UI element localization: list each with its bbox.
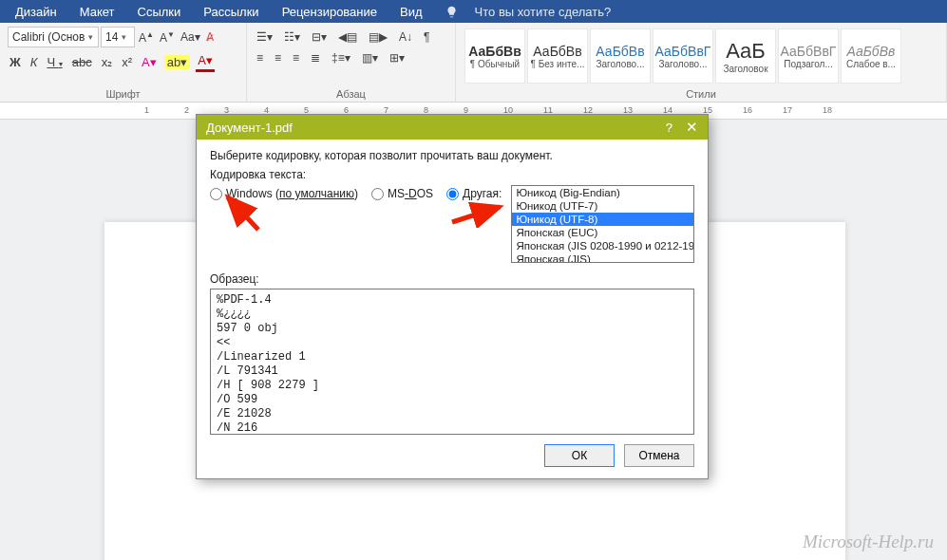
align-left-icon[interactable]: ≡ bbox=[255, 49, 265, 66]
change-case-icon[interactable]: Aa▾ bbox=[179, 28, 202, 46]
tab-layout[interactable]: Макет bbox=[68, 5, 126, 19]
dialog-instruction: Выберите кодировку, которая позволит про… bbox=[210, 149, 694, 162]
encoding-option[interactable]: Японская (JIS 0208-1990 и 0212-1990) bbox=[512, 239, 693, 252]
font-size-combo[interactable]: 14▾ bbox=[101, 27, 135, 47]
grow-font-icon[interactable]: A▲ bbox=[137, 28, 156, 47]
align-right-icon[interactable]: ≡ bbox=[291, 49, 301, 66]
group-label-styles: Стили bbox=[464, 86, 938, 102]
justify-icon[interactable]: ≣ bbox=[309, 49, 322, 66]
tab-mailings[interactable]: Рассылки bbox=[192, 5, 270, 19]
tell-me[interactable]: Что вы хотите сделать? bbox=[434, 5, 634, 19]
svg-line-1 bbox=[228, 197, 258, 230]
sort-icon[interactable]: A↓ bbox=[397, 28, 414, 46]
indent-dec-icon[interactable]: ◀▤ bbox=[336, 28, 359, 46]
highlight-icon[interactable]: ab▾ bbox=[164, 55, 190, 69]
text-effects-icon[interactable]: A▾ bbox=[140, 53, 159, 71]
align-center-icon[interactable]: ≡ bbox=[273, 49, 283, 66]
subscript-button[interactable]: x₂ bbox=[100, 53, 115, 71]
sample-preview[interactable]: %PDF-1.4 %¿¿¿¿ 597 0 obj << /Linearized … bbox=[210, 289, 694, 435]
encoding-option[interactable]: Юникод (Big-Endian) bbox=[512, 186, 693, 199]
style-item[interactable]: АаБЗаголовок bbox=[715, 28, 776, 84]
shrink-font-icon[interactable]: A▼ bbox=[158, 28, 177, 47]
styles-gallery[interactable]: АаБбВв¶ ОбычныйАаБбВв¶ Без инте...АаБбВв… bbox=[464, 27, 938, 86]
style-item[interactable]: АаБбВвЗаголово... bbox=[590, 28, 651, 84]
radio-msdos[interactable]: MS-DOS bbox=[371, 187, 433, 200]
group-label-font: Шрифт bbox=[8, 86, 238, 102]
encoding-option[interactable]: Юникод (UTF-8) bbox=[512, 213, 693, 226]
ok-button[interactable]: ОК bbox=[544, 444, 615, 467]
encoding-option[interactable]: Юникод (UTF-7) bbox=[512, 199, 693, 213]
tell-me-text: Что вы хотите сделать? bbox=[464, 5, 623, 19]
group-label-para: Абзац bbox=[255, 86, 447, 102]
ribbon-tabs: Дизайн Макет Ссылки Рассылки Рецензирова… bbox=[0, 0, 947, 23]
lightbulb-icon bbox=[445, 6, 458, 18]
italic-button[interactable]: К bbox=[28, 53, 40, 71]
encoding-listbox[interactable]: Юникод (Big-Endian)Юникод (UTF-7)Юникод … bbox=[511, 185, 694, 263]
dialog-title-text: Документ-1.pdf bbox=[206, 121, 293, 135]
line-spacing-icon[interactable]: ‡≡▾ bbox=[330, 49, 352, 66]
tab-review[interactable]: Рецензирование bbox=[271, 5, 388, 19]
encoding-dialog: Документ-1.pdf ? ✕ Выберите кодировку, к… bbox=[196, 114, 709, 479]
encoding-option[interactable]: Японская (JIS) bbox=[512, 252, 693, 263]
font-name-combo[interactable]: Calibri (Основ▾ bbox=[8, 27, 99, 47]
ribbon-body: Calibri (Основ▾ 14▾ A▲ A▼ Aa▾ A̷ Ж К Ч ▾… bbox=[0, 23, 947, 103]
tab-links[interactable]: Ссылки bbox=[126, 5, 193, 19]
cancel-button[interactable]: Отмена bbox=[624, 444, 694, 467]
numbering-icon[interactable]: ☷▾ bbox=[282, 28, 302, 46]
shading-icon[interactable]: ▥▾ bbox=[360, 49, 380, 66]
show-marks-icon[interactable]: ¶ bbox=[422, 28, 431, 46]
dialog-help-icon[interactable]: ? bbox=[666, 121, 672, 135]
style-item[interactable]: АаБбВв¶ Без инте... bbox=[527, 28, 588, 84]
bold-button[interactable]: Ж bbox=[8, 53, 23, 71]
radio-other[interactable]: Другая: bbox=[446, 187, 502, 200]
tab-design[interactable]: Дизайн bbox=[4, 5, 68, 19]
style-item[interactable]: АаБбВвГПодзагол... bbox=[778, 28, 839, 84]
multilevel-icon[interactable]: ⊟▾ bbox=[310, 28, 329, 46]
tab-view[interactable]: Вид bbox=[388, 5, 434, 19]
encoding-option[interactable]: Японская (EUC) bbox=[512, 226, 693, 239]
style-item[interactable]: АаБбВвСлабое в... bbox=[841, 28, 901, 84]
bullets-icon[interactable]: ☰▾ bbox=[255, 28, 275, 46]
dialog-titlebar[interactable]: Документ-1.pdf ? ✕ bbox=[197, 115, 708, 140]
svg-line-3 bbox=[452, 207, 500, 222]
annotation-arrow-2 bbox=[448, 199, 505, 228]
watermark: Microsoft-Help.ru bbox=[803, 532, 934, 552]
superscript-button[interactable]: x² bbox=[120, 53, 134, 71]
style-item[interactable]: АаБбВвГЗаголово... bbox=[653, 28, 713, 84]
sample-label: Образец: bbox=[210, 272, 694, 286]
indent-inc-icon[interactable]: ▤▶ bbox=[367, 28, 389, 46]
strike-button[interactable]: abc bbox=[70, 53, 94, 71]
close-icon[interactable]: ✕ bbox=[686, 119, 698, 136]
style-item[interactable]: АаБбВв¶ Обычный bbox=[464, 28, 525, 84]
encoding-label: Кодировка текста: bbox=[210, 168, 694, 181]
font-color-icon[interactable]: A▾ bbox=[196, 51, 215, 72]
underline-button[interactable]: Ч ▾ bbox=[45, 53, 64, 71]
borders-icon[interactable]: ⊞▾ bbox=[388, 49, 407, 66]
clear-format-icon[interactable]: A̷ bbox=[204, 28, 216, 46]
annotation-arrow-1 bbox=[218, 192, 266, 233]
